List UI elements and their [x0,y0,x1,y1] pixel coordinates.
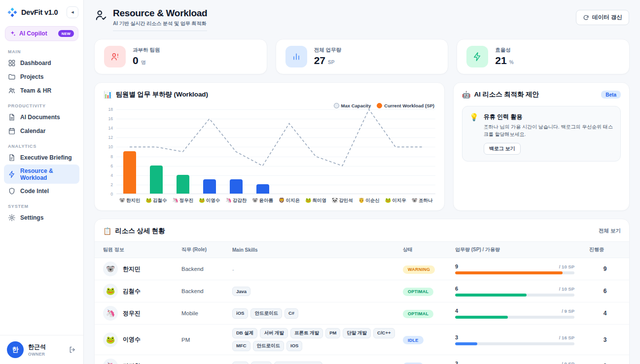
workload-value: 3 [455,334,458,340]
member-emoji: 🐸 [385,198,391,203]
stat-value: 0 [133,55,139,66]
app-title: DevFit v1.0 [21,8,63,16]
member-avatar: 🐸 [103,284,118,298]
column-header-2: 직무 (Role) [181,246,232,253]
member-skills: iOS안드로이드C# [232,308,403,319]
y-axis-tick: 4 [110,173,113,178]
table-header-row: 팀원 정보직무 (Role)Main Skills상태업무량 (SP) / 가용… [95,241,629,258]
user-role: OWNER [28,352,64,357]
member-emoji: 🐨 [412,198,418,203]
sidebar-nav: MAINDashboardProjectsTeam & HRPRODUCTIVI… [0,43,83,225]
stat-card-전체-업무량: 전체 업무량27SP [276,39,449,74]
column-header-4: 상태 [403,246,455,253]
y-axis-tick: 0 [110,192,113,197]
x-label-이순신: 🤴이순신 [356,198,382,204]
sidebar-item-ai-copilot[interactable]: AI Copilot NEW [5,26,78,41]
member-role: PM [181,337,232,343]
table-row-한지민[interactable]: 🐨한지민Backend-WARNING9/ 10 SP9 [95,258,629,280]
chart-title: 팀원별 업무 부하량 (Workload) [115,90,208,99]
member-avatar: 🦄 [103,359,118,364]
ai-suggestion-card: 💡 유휴 인력 활용 조하나 님의 가용 시간이 남습니다. 백로그의 우선순위… [462,106,621,162]
member-emoji: 🐸 [145,198,151,203]
user-name: 한근석 [28,343,64,351]
chart-x-axis: 🐨한지민🐸김철수🦄정우진🐸이영수🦄강감찬🐨윤아름🦁이지은🐸최미영🐼강민석🤴이순신… [116,198,435,204]
legend-dot [334,103,339,108]
y-axis-tick: 12 [108,135,113,140]
member-skills: VueReactstyled-component [232,362,403,364]
table-row-강감찬[interactable]: 🦄강감찬FrontendVueReactstyled-componentIDLE… [95,355,629,364]
calendar-icon [8,127,16,135]
clipboard-icon: 📋 [103,227,111,235]
member-skills: - [232,265,403,273]
table-row-김철수[interactable]: 🐸김철수BackendJavaOPTIMAL6/ 10 SP6 [95,280,629,302]
member-name: 정우진 [123,309,141,318]
sidebar-item-resource-workload[interactable]: Resource & Workload [4,165,79,184]
stat-unit: SP [328,60,334,65]
workload-value: 4 [455,308,458,314]
skill-chip: 프론트 개발 [290,328,323,338]
legend-dot [377,103,382,108]
sidebar-section-system: SYSTEM [8,204,75,209]
sidebar-item-code-intel[interactable]: Code Intel [4,184,79,198]
suggestion-description: 조하나 님의 가용 시간이 남습니다. 백로그의 우선순위 태스크를 할당해보세… [484,123,613,138]
collapse-sidebar-button[interactable]: ◀ [67,6,78,18]
view-backlog-button[interactable]: 백로그 보기 [484,143,521,155]
member-emoji: 🐨 [252,198,258,203]
stat-card-효율성: 효율성21% [457,39,630,74]
briefing-icon [8,154,16,162]
skill-chip: MFC [232,341,250,351]
y-axis-tick: 14 [108,126,113,131]
member-emoji: 🐸 [305,198,311,203]
new-badge: NEW [58,30,74,37]
view-all-link[interactable]: 전체 보기 [599,228,621,234]
workload-progress-track [455,294,574,297]
status-badge: WARNING [403,265,435,274]
x-label-한지민: 🐨한지민 [116,198,143,204]
x-label-강민석: 🐼강민석 [329,198,356,204]
settings-icon [8,214,16,222]
table-body: 🐨한지민Backend-WARNING9/ 10 SP9🐸김철수BackendJ… [95,258,629,364]
in-progress-count: 3 [589,336,621,343]
workload-value: 9 [455,264,458,269]
stat-card-과부하-팀원: 과부하 팀원0명 [94,39,267,74]
x-label-김철수: 🐸김철수 [143,198,170,204]
member-role: Mobile [181,310,232,316]
member-emoji: 🐼 [332,198,338,203]
main-content: Resource & Workload AI 기반 실시간 리소스 분석 및 업… [84,0,640,364]
column-header-6: 진행중 [589,246,621,253]
documents-icon [8,113,16,121]
sidebar-item-settings[interactable]: Settings [4,211,79,224]
sidebar-item-executive-briefing[interactable]: Executive Briefing [4,151,79,164]
sidebar-item-label: Code Intel [20,188,49,195]
sparkles-icon [9,30,16,37]
stats-row: 과부하 팀원0명전체 업무량27SP효율성21% [94,39,630,74]
suggestion-title: 유휴 인력 활용 [484,113,613,121]
sidebar-item-team-hr[interactable]: Team & HR [4,84,79,97]
member-avatar: 🦄 [103,306,118,321]
member-name: 김철수 [123,287,141,296]
sidebar-item-label: Settings [20,214,43,221]
capacity-label: / 9 SP [562,308,574,314]
table-row-이영수[interactable]: 🐸이영수PMDB 설계서버 개발프론트 개발PM단말 개발C/C++MFC안드로… [95,325,629,355]
member-role: Backend [181,288,232,294]
stat-label: 전체 업무량 [314,47,341,54]
member-emoji: 🐸 [199,198,205,203]
user-alert-icon [104,46,126,67]
resource-detail-table-card: 📋 리소스 상세 현황 전체 보기 팀원 정보직무 (Role)Main Ski… [94,219,630,364]
sidebar-item-ai-documents[interactable]: AI Documents [4,110,79,124]
workload-progress-track [455,271,574,274]
status-badge: OPTIMAL [403,310,433,318]
refresh-data-button[interactable]: 데이터 갱신 [576,10,629,25]
sidebar-item-calendar[interactable]: Calendar [4,124,79,137]
stat-label: 효율성 [495,47,513,54]
member-role: Backend [181,266,232,272]
member-avatar: 🐨 [103,262,118,276]
logout-icon[interactable] [69,346,76,354]
member-emoji: 🦄 [172,198,178,203]
table-row-정우진[interactable]: 🦄정우진MobileiOS안드로이드C#OPTIMAL4/ 9 SP4 [95,302,629,325]
sidebar-item-dashboard[interactable]: Dashboard [4,56,79,69]
legend-item-max-capacity: Max Capacity [334,103,371,108]
workload-icon [8,170,16,178]
sidebar-item-projects[interactable]: Projects [4,70,79,83]
skill-chip: C/C++ [373,328,394,338]
